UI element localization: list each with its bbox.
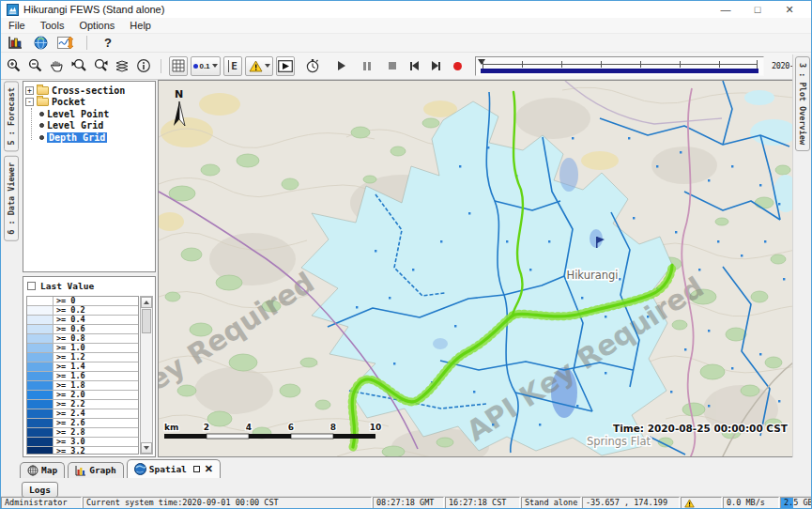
interval-dropdown[interactable]: 0.1 [191, 56, 221, 76]
logs-row: Logs [1, 478, 811, 497]
help-button[interactable]: ? [99, 34, 117, 53]
tree-item-pocket[interactable]: - Pocket [25, 97, 153, 109]
map-time-label: Time: 2020-08-25 00:00:00 CST [613, 423, 789, 434]
legend-swatch [27, 381, 54, 390]
tab-forecast[interactable]: 5 : Forecast [4, 81, 19, 151]
layers-icon[interactable] [113, 56, 131, 75]
zoom-previous-icon[interactable] [69, 56, 88, 75]
zoom-out-icon[interactable] [26, 56, 45, 75]
svg-text:2: 2 [204, 423, 209, 432]
tree-item-level-grid[interactable]: Level Grid [25, 120, 153, 132]
status-memory: 2.5 GB [780, 497, 812, 509]
timeline-data-bar [481, 69, 758, 73]
scroll-down-icon[interactable] [141, 442, 152, 454]
slider-track [483, 64, 757, 65]
tree-item-label: Level Point [47, 109, 109, 119]
stop-button[interactable] [383, 56, 402, 75]
last-value-option[interactable]: Last Value [25, 279, 153, 293]
tab-plot-overview[interactable]: 3 : Plot Overview [795, 56, 810, 151]
tab-data-viewer[interactable]: 6 : Data Viewer [4, 156, 19, 241]
tab-restore-icon[interactable] [193, 466, 200, 472]
scroll-up-icon[interactable] [141, 297, 152, 308]
svg-text:8: 8 [330, 423, 336, 432]
bullet-icon [39, 123, 44, 128]
warning-icon [684, 499, 695, 508]
status-system-time: Current system time:2020-09-01 00:00 CST [83, 497, 372, 509]
tab-close-icon[interactable]: ✕ [205, 463, 213, 475]
svg-text:km: km [164, 423, 178, 432]
folder-icon [37, 98, 49, 106]
menu-options[interactable]: Options [71, 20, 122, 31]
checkbox-icon[interactable] [27, 282, 36, 290]
minimize-button[interactable]: — [710, 4, 742, 16]
legend-toggle-button[interactable]: E [223, 56, 242, 76]
menu-file[interactable]: File [1, 20, 33, 31]
pan-hand-icon[interactable] [48, 56, 67, 75]
expand-icon[interactable]: + [25, 86, 34, 95]
legend-swatch [27, 362, 54, 371]
stop-icon [389, 62, 396, 69]
window-controls: — □ ✕ [710, 4, 805, 16]
collapse-icon[interactable]: - [25, 98, 34, 106]
legend-swatch [27, 400, 54, 409]
info-icon[interactable] [134, 56, 153, 75]
step-forward-icon [432, 61, 440, 70]
play-icon [338, 61, 345, 70]
main-toolbar: ? [1, 34, 811, 53]
play-button[interactable] [332, 56, 351, 75]
zoom-next-icon[interactable] [91, 56, 110, 75]
place-label-springs-flat: Springs Flat [587, 435, 651, 448]
globe-explorer-icon[interactable] [31, 34, 50, 53]
legend-swatch [27, 316, 54, 324]
step-forward-button[interactable] [426, 56, 445, 75]
record-button[interactable] [448, 56, 467, 75]
legend-table: >= 0 >= 0.2 >= 0.4 >= 0.6 >= 0.8 >= 1.0 … [26, 296, 139, 455]
movie-timer-icon[interactable] [303, 56, 322, 75]
maximize-button[interactable]: □ [742, 4, 774, 16]
step-back-button[interactable] [405, 56, 423, 75]
scroll-thumb[interactable] [142, 309, 151, 333]
legend-swatch [27, 391, 54, 399]
legend-swatch [27, 353, 54, 362]
menu-tools[interactable]: Tools [33, 20, 72, 31]
chevron-down-icon [265, 64, 270, 68]
legend-scrollbar[interactable] [140, 296, 153, 455]
tree-item-level-point[interactable]: Level Point [25, 108, 153, 120]
tree-item-cross-section[interactable]: + Cross-section [25, 85, 153, 97]
app-logo-icon [7, 4, 19, 16]
status-warning-cell[interactable] [681, 497, 722, 509]
bar-chart-icon [75, 465, 86, 476]
legend-swatch [27, 438, 54, 446]
svg-text:4: 4 [246, 423, 252, 432]
pause-button[interactable] [358, 56, 376, 75]
tab-spatial[interactable]: Spatial ✕ [127, 459, 221, 478]
zoom-in-icon[interactable] [5, 56, 23, 75]
tab-map[interactable]: Map [20, 462, 65, 478]
thresholds-warning-button[interactable] [245, 56, 273, 76]
spatial-display-icon[interactable] [56, 34, 75, 53]
menu-help[interactable]: Help [122, 20, 159, 31]
left-tab-strip: 5 : Forecast 6 : Data Viewer [1, 80, 22, 457]
tree-item-label-selected: Depth Grid [47, 132, 107, 143]
bottom-tab-bar: Map Graph Spatial ✕ [1, 457, 811, 478]
logs-button[interactable]: Logs [22, 482, 58, 498]
status-bar: Administrator Current system time:2020-0… [1, 497, 811, 509]
time-slider[interactable] [475, 56, 764, 76]
close-button[interactable]: ✕ [774, 4, 805, 16]
legend-swatch [27, 428, 54, 437]
legend-swatch [27, 409, 54, 418]
tree-item-label: Cross-section [52, 85, 125, 96]
tab-graph[interactable]: Graph [68, 462, 124, 478]
tree-connector [31, 108, 32, 140]
status-gmt-time: 08:27:18 GMT [373, 497, 444, 509]
map-view[interactable]: API Key Required API Key Required [158, 80, 794, 457]
pause-icon [363, 62, 371, 70]
grid-display-button[interactable] [169, 56, 188, 76]
legend-swatch [27, 325, 54, 333]
map-canvas: API Key Required API Key Required [159, 81, 794, 457]
legend-swatch [27, 334, 54, 343]
database-chart-icon[interactable] [6, 34, 24, 53]
tree-item-depth-grid[interactable]: Depth Grid [25, 131, 153, 144]
animation-panel-button[interactable] [276, 56, 295, 76]
folder-icon [37, 86, 49, 95]
